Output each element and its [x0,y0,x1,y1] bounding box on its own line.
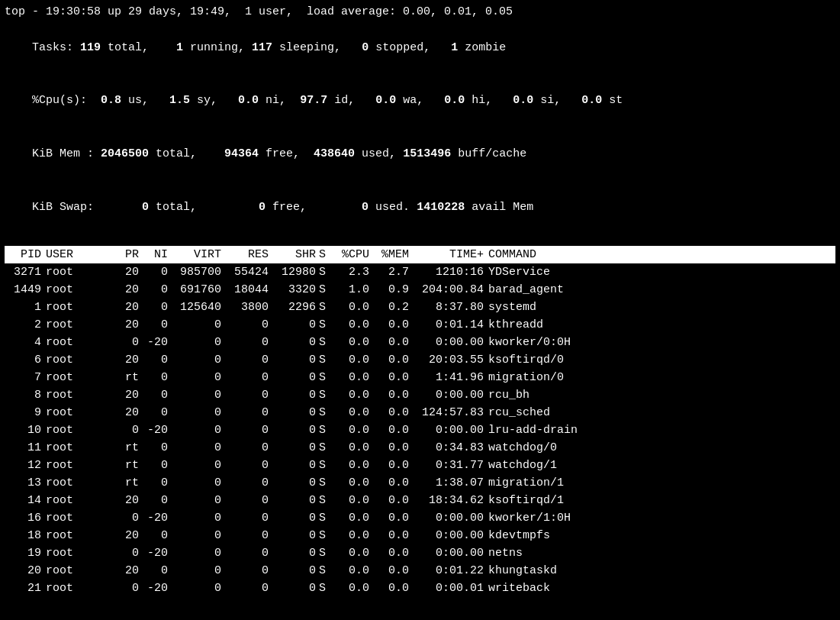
cell-cpu: 1.0 [333,282,372,298]
cell-time: 0:00.00 [412,334,487,350]
cell-pr: 20 [113,282,142,298]
cell-mem: 0.0 [372,563,412,579]
cell-shr: 12980 [272,264,319,280]
header-line-3: %Cpu(s): 0.8 us, 1.5 sy, 0.0 ni, 97.7 id… [5,74,835,128]
cell-s: S [319,545,333,561]
cell-time: 0:31.77 [412,457,487,473]
cell-pr: 20 [113,264,142,280]
cell-time: 0:34.83 [412,440,487,456]
cell-res: 0 [224,352,272,368]
header-mem: %MEM [372,247,412,263]
tasks-sleeping: 117 [252,41,272,54]
header-section: top - 19:30:58 up 29 days, 19:49, 1 user… [5,3,835,234]
cell-pid: 13 [5,475,44,491]
cell-cpu: 0.0 [333,299,372,315]
cell-virt: 985700 [171,264,224,280]
cell-virt: 0 [171,528,224,544]
table-row: 9root200000S0.00.0124:57.83rcu_sched [5,404,835,421]
cell-res: 0 [224,475,272,491]
cell-shr: 3320 [272,282,319,298]
cell-res: 0 [224,580,272,596]
tasks-stopped-label: stopped, [369,41,444,54]
cell-cmd: kworker/1:0H [487,510,835,526]
cpu-sy: 1.5 [156,94,190,107]
cell-mem: 0.0 [372,492,412,509]
mem-used: 438640 [307,147,355,160]
cell-virt: 0 [171,457,224,473]
cell-mem: 0.0 [372,580,412,596]
cell-s: S [319,563,333,579]
cell-shr: 0 [272,317,319,333]
cell-pid: 20 [5,563,44,579]
cell-pr: 20 [113,563,142,579]
cell-pr: rt [113,370,142,386]
cell-user: root [44,580,113,596]
cell-mem: 0.0 [372,528,412,544]
table-row: 12rootrt0000S0.00.00:31.77watchdog/1 [5,457,835,474]
cell-shr: 0 [272,492,319,509]
spacer [5,235,835,246]
header-ni: NI [142,247,171,263]
cell-cmd: netns [487,545,835,561]
cell-res: 0 [224,457,272,473]
cell-virt: 691760 [171,282,224,298]
header-s: S [319,247,333,263]
cell-ni: 0 [142,475,171,491]
cell-ni: 0 [142,440,171,456]
cell-res: 0 [224,440,272,456]
cell-user: root [44,370,113,386]
cell-user: root [44,334,113,350]
cell-pid: 4 [5,334,44,350]
cell-pid: 21 [5,580,44,596]
cell-mem: 0.2 [372,299,412,315]
cell-pid: 16 [5,510,44,526]
cell-shr: 0 [272,422,319,438]
table-row: 6root200000S0.00.020:03.55ksoftirqd/0 [5,351,835,369]
cell-res: 0 [224,405,272,421]
cpu-id-label: id, [327,94,362,107]
cell-shr: 0 [272,528,319,544]
cell-pid: 12 [5,457,44,473]
cell-mem: 0.0 [372,317,412,333]
header-line-2: Tasks: 119 total, 1 running, 117 sleepin… [5,21,835,74]
cell-user: root [44,422,113,438]
cell-pid: 2 [5,317,44,333]
cell-pr: 0 [113,334,142,350]
cell-pr: 20 [113,299,142,315]
cell-ni: -20 [142,580,171,596]
cell-s: S [319,422,333,438]
cell-shr: 0 [272,563,319,579]
tasks-total-label: total, [101,41,163,54]
cell-pr: 20 [113,352,142,368]
cell-s: S [319,405,333,421]
cell-shr: 0 [272,387,319,403]
cell-pid: 9 [5,405,44,421]
cell-cpu: 0.0 [333,528,372,544]
cell-s: S [319,528,333,544]
cell-cmd: barad_agent [487,282,835,298]
cell-ni: 0 [142,370,171,386]
cell-pid: 6 [5,352,44,368]
cell-s: S [319,352,333,368]
cell-cpu: 0.0 [333,457,372,473]
swap-total: 0 [101,201,149,214]
header-time: TIME+ [412,247,487,263]
tasks-running: 1 [163,41,183,54]
header-virt: VIRT [171,247,224,263]
table-row: 10root0-20000S0.00.00:00.00lru-add-drain [5,421,835,439]
tasks-running-label: running, [183,41,252,54]
cell-cpu: 0.0 [333,334,372,350]
cell-pr: 20 [113,528,142,544]
cpu-us: 0.8 [94,94,121,107]
cell-pr: 20 [113,492,142,509]
cell-mem: 0.0 [372,475,412,491]
cell-pid: 19 [5,545,44,561]
cell-s: S [319,457,333,473]
cell-mem: 0.0 [372,457,412,473]
cell-cmd: rcu_bh [487,387,835,403]
cell-pid: 11 [5,440,44,456]
cell-cmd: migration/1 [487,475,835,491]
mem-total-label: total, [149,147,211,160]
cell-pid: 14 [5,492,44,509]
cpu-us-label: us, [121,94,156,107]
